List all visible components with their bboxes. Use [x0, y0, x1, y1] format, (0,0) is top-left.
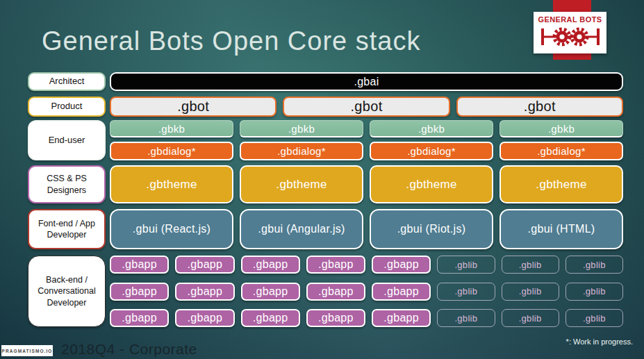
gbapp-box: .gbapp	[241, 256, 300, 274]
architect-row: Architect .gbai	[28, 72, 623, 91]
gbapp-box: .gbapp	[110, 283, 169, 301]
row-label-frontend: Font-end / App Developer	[28, 209, 106, 249]
gbkb-box: .gbkb	[370, 120, 493, 137]
gblib-box: .gblib	[502, 283, 559, 301]
gblib-box: .gblib	[502, 309, 559, 327]
gbui-react-box: .gbui (React.js)	[110, 209, 233, 249]
logo-brand-text: GENERAL BOTS	[534, 15, 606, 24]
frontend-row: Font-end / App Developer .gbui (React.js…	[28, 209, 623, 249]
gbapp-box: .gbapp	[110, 256, 169, 274]
gbai-bar: .gbai	[110, 72, 623, 91]
backend-line-1: .gbapp .gbapp .gbapp .gbapp .gbapp .gbli…	[110, 256, 623, 274]
pragmatismo-badge: PRAGMATISMO.IO	[1, 345, 53, 356]
stack-diagram: Architect .gbai Product .gbot .gbot .gbo…	[28, 72, 623, 327]
gblib-box: .gblib	[565, 256, 623, 274]
row-label-backend: Back-end / Conversational Developer	[28, 256, 106, 327]
row-label-end-user: End-user	[28, 120, 106, 160]
end-user-row: End-user .gbkb .gbkb .gbkb .gbkb .gbdial…	[28, 120, 623, 160]
work-in-progress-note: *: Work in progress.	[566, 337, 633, 346]
gblib-box: .gblib	[565, 283, 623, 301]
gbapp-box: .gbapp	[372, 283, 431, 301]
row-label-product: Product	[28, 97, 106, 117]
gbapp-box: .gbapp	[306, 309, 365, 327]
gbdialog-box: .gbdialog*	[240, 142, 363, 160]
gbapp-box: .gbapp	[306, 283, 365, 301]
gbapp-box: .gbapp	[175, 283, 234, 301]
gbtheme-box: .gbtheme	[370, 165, 493, 203]
gbdialog-box: .gbdialog*	[110, 142, 233, 160]
gbtheme-box: .gbtheme	[110, 165, 233, 203]
gbapp-box: .gbapp	[306, 256, 365, 274]
backend-line-3: .gbapp .gbapp .gbapp .gbapp .gbapp .gbli…	[110, 309, 623, 327]
product-row: Product .gbot .gbot .gbot	[28, 97, 623, 117]
gears-icon	[538, 24, 602, 50]
general-bots-logo: GENERAL BOTS	[534, 12, 606, 53]
page-title: General Bots Open Core stack	[42, 26, 420, 56]
gbapp-box: .gbapp	[175, 309, 234, 327]
gblib-box: .gblib	[437, 283, 495, 301]
edition-text: 2018Q4 - Corporate	[61, 341, 197, 358]
gbapp-box: .gbapp	[241, 283, 300, 301]
gbtheme-box: .gbtheme	[240, 165, 363, 203]
gbtheme-box: .gbtheme	[499, 165, 623, 203]
gbui-html-box: .gbui (HTML)	[499, 209, 623, 249]
gblib-box: .gblib	[437, 309, 495, 327]
gbapp-box: .gbapp	[372, 256, 431, 274]
gbapp-box: .gbapp	[110, 309, 169, 327]
gbapp-box: .gbapp	[241, 309, 300, 327]
gbui-riot-box: .gbui (Riot.js)	[370, 209, 493, 249]
backend-line-2: .gbapp .gbapp .gbapp .gbapp .gbapp .gbli…	[110, 283, 623, 301]
gbot-box: .gbot	[456, 97, 623, 117]
gbkb-box: .gbkb	[110, 120, 233, 137]
gbdialog-box: .gbdialog*	[370, 142, 493, 160]
gblib-box: .gblib	[502, 256, 559, 274]
gbot-box: .gbot	[283, 97, 449, 117]
row-label-architect: Architect	[28, 72, 106, 91]
gbapp-box: .gbapp	[372, 309, 431, 327]
slide: General Bots Open Core stack GENERAL BOT…	[0, 0, 644, 359]
gbapp-box: .gbapp	[175, 256, 234, 274]
gblib-box: .gblib	[565, 309, 623, 327]
backend-row: Back-end / Conversational Developer .gba…	[28, 256, 623, 327]
designers-row: CSS & PS Designers .gbtheme .gbtheme .gb…	[28, 165, 623, 203]
gblib-box: .gblib	[437, 256, 495, 274]
gbdialog-box: .gbdialog*	[499, 142, 623, 160]
gbot-box: .gbot	[110, 97, 276, 117]
gbui-angular-box: .gbui (Angular.js)	[240, 209, 363, 249]
row-label-designers: CSS & PS Designers	[28, 165, 106, 203]
gbkb-box: .gbkb	[240, 120, 363, 137]
gbkb-box: .gbkb	[499, 120, 623, 137]
